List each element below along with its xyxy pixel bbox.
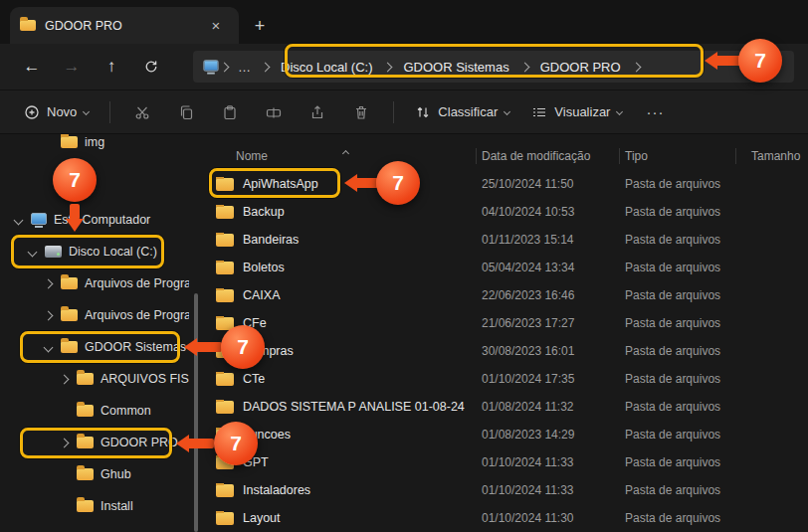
title-bar: GDOOR PRO × +: [0, 0, 808, 44]
view-button[interactable]: Visualizar: [521, 95, 632, 129]
folder-icon: [77, 468, 94, 480]
sidebar-item-img[interactable]: img: [0, 134, 189, 158]
new-button[interactable]: Novo: [14, 95, 99, 129]
refresh-icon: [143, 59, 159, 75]
callout-arrow-disco-local: [66, 204, 84, 232]
file-row-compras[interactable]: Compras 30/08/2023 16:01 Pasta de arquiv…: [202, 337, 808, 365]
file-row-backup[interactable]: Backup 04/10/2024 10:53 Pasta de arquivo…: [202, 198, 808, 226]
file-row-dados-sistema[interactable]: DADOS SISTEMA P ANALISE 01-08-24 01/08/2…: [202, 393, 808, 421]
chevron-down-icon: [83, 108, 90, 115]
file-row-funcoes[interactable]: Funcoes 01/08/2023 14:29 Pasta de arquiv…: [202, 421, 808, 448]
breadcrumb-chevron-icon: [261, 62, 271, 72]
callout-arrow-gdoor-pro: [176, 435, 214, 452]
chevron-down-icon: [616, 108, 623, 115]
column-header-data-modificacao[interactable]: Data de modificação: [482, 142, 625, 170]
highlight-box-gdoor-pro: [20, 428, 172, 458]
column-header-label: Tipo: [625, 149, 648, 163]
sidebar-item-arquivos-de-programa-2[interactable]: Arquivos de Programa: [0, 299, 189, 331]
column-header-tamanho[interactable]: Tamanho: [741, 142, 808, 170]
sidebar-item-label: Common: [101, 404, 151, 418]
folder-icon: [61, 277, 78, 289]
this-pc-icon: [203, 60, 218, 71]
trash-icon: [353, 104, 369, 120]
sidebar-item-label: ARQUIVOS FISCAIS: [101, 372, 189, 386]
column-header-label: Nome: [236, 149, 268, 163]
scrollbar-thumb[interactable]: [194, 293, 198, 532]
sort-button-label: Classificar: [438, 104, 498, 119]
sidebar-item-label: Arquivos de Programa: [85, 276, 189, 290]
cut-button[interactable]: [121, 95, 163, 129]
folder-icon: [216, 289, 234, 302]
computer-icon: [31, 213, 47, 225]
highlight-box-breadcrumb: [285, 44, 704, 78]
file-row-instaladores[interactable]: Instaladores 01/10/2024 11:33 Pasta de a…: [202, 476, 808, 504]
command-bar: Novo: [0, 89, 808, 134]
copy-button[interactable]: [165, 95, 207, 129]
sort-button[interactable]: Classificar: [405, 95, 519, 129]
sidebar-item-ghub[interactable]: Ghub: [0, 458, 189, 490]
sidebar-item-arquivos-de-programa[interactable]: Arquivos de Programa: [0, 267, 189, 299]
copy-icon: [178, 104, 194, 120]
chevron-right-icon[interactable]: [58, 376, 70, 383]
sort-icon: [415, 104, 431, 120]
toolbar-divider: [393, 101, 394, 123]
delete-button[interactable]: [340, 95, 382, 129]
sidebar-item-install[interactable]: Install: [0, 490, 189, 522]
file-row-gpt[interactable]: GPT 01/10/2024 11:33 Pasta de arquivos: [202, 448, 808, 476]
folder-icon: [216, 234, 234, 247]
folder-icon: [61, 136, 78, 148]
view-button-label: Visualizar: [554, 104, 610, 119]
breadcrumb-chevron-icon: [220, 62, 230, 72]
rename-icon: [266, 104, 282, 120]
column-header-label: Data de modificação: [482, 149, 590, 163]
file-row-cte[interactable]: CTe 01/10/2024 17:35 Pasta de arquivos: [202, 365, 808, 393]
back-button[interactable]: ←: [12, 50, 52, 84]
sidebar-item-label: img: [85, 135, 104, 149]
rename-button[interactable]: [253, 95, 295, 129]
paste-button[interactable]: [209, 95, 251, 129]
column-header-tipo[interactable]: Tipo: [625, 142, 741, 170]
highlight-box-disco-local: [11, 235, 164, 268]
callout-badge: 7: [214, 422, 258, 465]
tab-gdoor-pro[interactable]: GDOOR PRO ×: [10, 7, 239, 44]
sidebar-item-arquivos-fiscais[interactable]: ARQUIVOS FISCAIS: [0, 363, 189, 395]
chevron-down-icon[interactable]: [12, 217, 24, 224]
folder-icon: [77, 373, 94, 385]
sidebar-item-label: Arquivos de Programa: [85, 308, 189, 322]
forward-button[interactable]: →: [52, 50, 92, 84]
folder-icon: [216, 512, 234, 525]
file-row-bandeiras[interactable]: Bandeiras 01/11/2023 15:14 Pasta de arqu…: [202, 226, 808, 254]
file-row-layout[interactable]: Layout 01/10/2024 11:30 Pasta de arquivo…: [202, 504, 808, 532]
chevron-right-icon[interactable]: [42, 280, 54, 287]
new-tab-button[interactable]: +: [245, 11, 275, 41]
view-icon: [531, 104, 547, 120]
callout-badge: 7: [376, 161, 420, 205]
callout-arrow-apiwhatsapp: [344, 174, 378, 192]
folder-icon: [77, 405, 94, 417]
folder-icon: [216, 484, 234, 497]
file-row-boletos[interactable]: Boletos 05/04/2024 13:34 Pasta de arquiv…: [202, 254, 808, 281]
close-tab-icon[interactable]: ×: [203, 13, 229, 39]
column-header-nome[interactable]: Nome: [216, 142, 482, 170]
up-button[interactable]: ↑: [92, 50, 131, 84]
share-button[interactable]: [297, 95, 338, 129]
file-row-caixa[interactable]: CAIXA 22/06/2023 16:46 Pasta de arquivos: [202, 281, 808, 309]
refresh-button[interactable]: [131, 50, 171, 84]
scissors-icon: [134, 104, 150, 120]
breadcrumb-overflow-button[interactable]: …: [230, 60, 260, 75]
more-options-button[interactable]: ···: [634, 95, 676, 129]
file-row-cfe[interactable]: CFe 21/06/2023 17:27 Pasta de arquivos: [202, 309, 808, 337]
callout-badge: 7: [738, 39, 782, 83]
highlight-box-apiwhatsapp: [209, 168, 340, 198]
toolbar-divider: [109, 101, 110, 123]
callout-arrow-gdoor-sistemas: [184, 338, 222, 356]
sort-ascending-icon: [343, 145, 348, 159]
sidebar-item-este-computador[interactable]: Este Computador: [0, 204, 189, 236]
sidebar-scrollbar[interactable]: [189, 134, 202, 532]
new-button-label: Novo: [47, 104, 77, 119]
folder-icon: [216, 262, 234, 274]
sidebar-item-common[interactable]: Common: [0, 395, 189, 427]
folder-icon: [61, 309, 78, 321]
folder-icon: [216, 401, 234, 414]
chevron-right-icon[interactable]: [42, 312, 54, 319]
